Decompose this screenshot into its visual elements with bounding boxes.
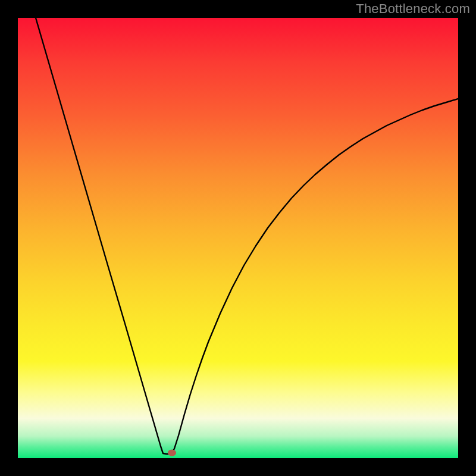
chart-frame: TheBottleneck.com [0, 0, 476, 476]
bottleneck-curve [18, 18, 458, 458]
optimal-point-marker [168, 450, 176, 456]
plot-area [18, 18, 458, 458]
watermark-text: TheBottleneck.com [356, 1, 470, 17]
curve-path [36, 18, 458, 454]
